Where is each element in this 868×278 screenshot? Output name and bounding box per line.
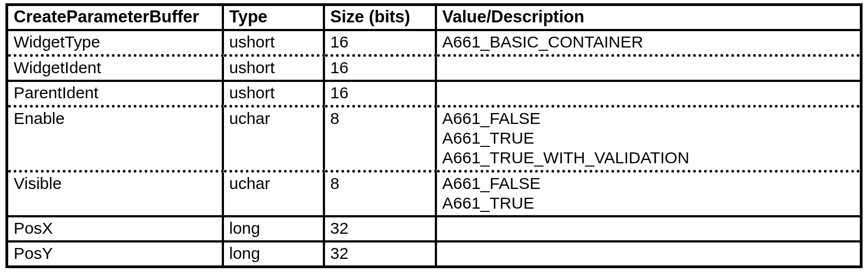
col-header-size: Size (bits)	[324, 5, 436, 30]
cell-value: A661_FALSE A661_TRUE	[436, 171, 861, 216]
cell-value: A661_BASIC_CONTAINER	[436, 30, 861, 56]
cell-value: A661_FALSE A661_TRUE A661_TRUE_WITH_VALI…	[436, 106, 861, 171]
cell-name: WidgetIdent	[7, 55, 223, 81]
cell-name: Enable	[7, 106, 223, 171]
cell-name: PosY	[7, 241, 223, 267]
cell-size: 32	[324, 216, 436, 241]
table-row: PosX long 32	[7, 216, 861, 241]
cell-value	[436, 55, 861, 81]
table-row: Visible uchar 8 A661_FALSE A661_TRUE	[7, 171, 861, 216]
cell-type: uchar	[223, 106, 324, 171]
cell-name: WidgetType	[7, 30, 223, 56]
cell-size: 16	[324, 55, 436, 81]
col-header-name: CreateParameterBuffer	[7, 5, 223, 30]
cell-value	[436, 81, 861, 107]
table-row: WidgetType ushort 16 A661_BASIC_CONTAINE…	[7, 30, 861, 56]
cell-size: 32	[324, 241, 436, 267]
table-row: WidgetIdent ushort 16	[7, 55, 861, 81]
col-header-type: Type	[223, 5, 324, 30]
enum-value: A661_TRUE	[442, 128, 855, 148]
enum-value: A661_FALSE	[442, 174, 855, 193]
enum-value: A661_TRUE	[442, 193, 855, 213]
cell-size: 16	[324, 30, 436, 56]
cell-type: long	[223, 241, 324, 267]
cell-value	[436, 241, 861, 267]
table-row: ParentIdent ushort 16	[7, 81, 861, 107]
cell-size: 8	[324, 171, 436, 216]
cell-type: ushort	[223, 55, 324, 81]
cell-type: long	[223, 216, 324, 241]
create-parameter-buffer-table: CreateParameterBuffer Type Size (bits) V…	[5, 3, 863, 268]
col-header-value: Value/Description	[436, 5, 861, 30]
table-header-row: CreateParameterBuffer Type Size (bits) V…	[7, 5, 861, 30]
enum-value: A661_TRUE_WITH_VALIDATION	[442, 148, 855, 168]
cell-name: PosX	[7, 216, 223, 241]
enum-value: A661_FALSE	[442, 109, 855, 128]
cell-size: 16	[324, 81, 436, 107]
cell-type: ushort	[223, 81, 324, 107]
table-row: PosY long 32	[7, 241, 861, 267]
cell-name: ParentIdent	[7, 81, 223, 107]
table-row: Enable uchar 8 A661_FALSE A661_TRUE A661…	[7, 106, 861, 171]
cell-name: Visible	[7, 171, 223, 216]
cell-type: ushort	[223, 30, 324, 56]
cell-type: uchar	[223, 171, 324, 216]
cell-value	[436, 216, 861, 241]
cell-size: 8	[324, 106, 436, 171]
